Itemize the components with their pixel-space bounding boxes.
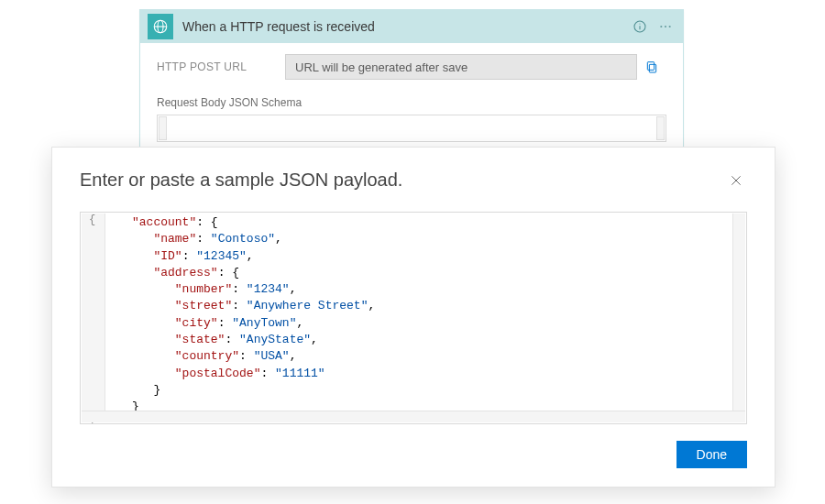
http-trigger-card: When a HTTP request is received HTTP POS…	[139, 9, 684, 158]
more-icon[interactable]	[655, 16, 676, 37]
trigger-title: When a HTTP request is received	[182, 19, 624, 34]
post-url-field: URL will be generated after save	[285, 54, 637, 80]
svg-point-8	[669, 26, 671, 27]
modal-header: Enter or paste a sample JSON payload.	[80, 170, 747, 192]
copy-url-button[interactable]	[637, 54, 666, 80]
json-payload-editor[interactable]: { } "account": { "name": "Contoso", "ID"…	[80, 212, 747, 424]
trigger-header: When a HTTP request is received	[140, 10, 683, 43]
info-icon[interactable]	[630, 16, 650, 37]
vertical-scrollbar[interactable]	[732, 214, 745, 411]
json-payload-text[interactable]: "account": { "name": "Contoso", "ID": "1…	[106, 213, 732, 411]
sample-json-modal: Enter or paste a sample JSON payload. { …	[51, 147, 776, 488]
close-button[interactable]	[725, 170, 747, 192]
http-globe-icon	[148, 14, 173, 39]
svg-rect-10	[647, 62, 654, 71]
trigger-body: HTTP POST URL URL will be generated afte…	[140, 43, 683, 157]
svg-point-6	[660, 26, 662, 27]
svg-point-7	[665, 26, 666, 27]
modal-footer: Done	[80, 441, 747, 468]
editor-gutter: { }	[82, 214, 105, 411]
post-url-label: HTTP POST URL	[157, 60, 285, 73]
modal-title: Enter or paste a sample JSON payload.	[80, 170, 725, 191]
svg-point-5	[639, 23, 640, 24]
post-url-row: HTTP POST URL URL will be generated afte…	[157, 54, 666, 80]
done-button[interactable]: Done	[676, 441, 747, 468]
schema-label: Request Body JSON Schema	[157, 96, 666, 109]
svg-rect-9	[649, 64, 655, 72]
json-schema-textarea[interactable]	[157, 115, 666, 142]
horizontal-scrollbar[interactable]	[82, 411, 745, 422]
